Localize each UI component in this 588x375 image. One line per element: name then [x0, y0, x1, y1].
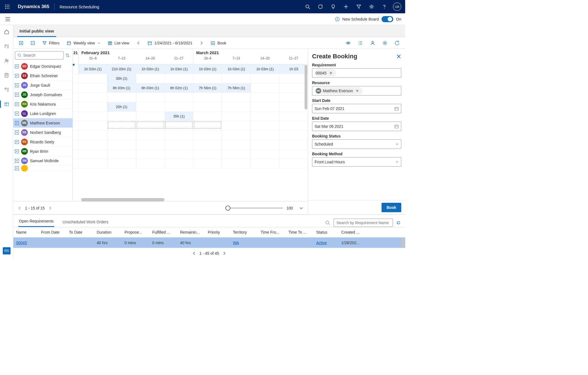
expand-icon[interactable]: + — [15, 93, 19, 97]
calendar-cell[interactable] — [78, 102, 107, 111]
column-header[interactable]: Duration — [94, 230, 122, 234]
calendar-cell[interactable] — [279, 102, 308, 111]
requirement-clear-icon[interactable]: ✕ — [328, 71, 334, 75]
calendar-cell[interactable] — [222, 159, 250, 168]
column-header[interactable]: Priority — [205, 230, 230, 234]
calendar-cell[interactable] — [136, 93, 165, 102]
resource-row[interactable]: +EDEdgar Dominquez — [13, 62, 73, 71]
person-icon[interactable] — [368, 39, 377, 47]
collapse-all-icon[interactable] — [29, 39, 37, 47]
expand-icon[interactable]: + — [15, 83, 19, 87]
refresh-icon[interactable] — [393, 39, 401, 47]
calendar-cell[interactable] — [165, 149, 193, 159]
calendar-cell[interactable] — [107, 93, 136, 102]
calendar-cell[interactable] — [165, 131, 193, 140]
calendar-cell[interactable] — [78, 112, 107, 121]
calendar-cell[interactable] — [251, 102, 279, 111]
calendar-cell[interactable] — [279, 121, 308, 130]
calendar-cell[interactable] — [193, 112, 222, 121]
calendar-cell[interactable] — [279, 83, 308, 92]
user-avatar[interactable]: UA — [393, 2, 401, 11]
calendar-cell[interactable] — [136, 102, 165, 111]
resource-field[interactable]: ME Matthew Everson ✕ — [312, 86, 401, 96]
plus-icon[interactable] — [340, 0, 352, 13]
calendar-cell[interactable] — [107, 112, 136, 121]
document-icon[interactable] — [0, 71, 13, 80]
horizontal-scrollbar[interactable] — [81, 198, 165, 201]
list-details-icon[interactable] — [356, 39, 365, 47]
resource-row[interactable]: +JGJorge Gault — [13, 81, 73, 90]
booking-status-field[interactable]: Scheduled — [312, 139, 401, 149]
calendar-cell[interactable]: 8h 02m (1) — [165, 83, 193, 92]
calendar-cell[interactable] — [165, 102, 193, 111]
column-header[interactable]: Created ... — [338, 230, 366, 234]
column-header[interactable]: Time To ... — [286, 230, 313, 234]
calendar-cell[interactable] — [78, 131, 107, 140]
calendar-cell[interactable] — [222, 102, 250, 111]
calendar-cell[interactable] — [222, 131, 250, 140]
date-next-icon[interactable] — [198, 39, 205, 47]
column-header[interactable]: Territory — [230, 230, 258, 234]
booking-method-field[interactable]: Front Load Hours — [312, 157, 401, 167]
calendar-cell[interactable] — [136, 112, 165, 121]
calendar-cell[interactable] — [193, 121, 222, 130]
resource-list[interactable]: +EDEdgar Dominquez+ESEfrain Schreiner+JG… — [13, 62, 73, 201]
calendar-cell[interactable] — [136, 149, 165, 159]
table-row[interactable]: 0004540 hrs0 mins0 mins40 hrsWAActive1/2… — [13, 238, 405, 248]
tab-unscheduled-work-orders[interactable]: Unscheduled Work Orders — [62, 217, 109, 227]
app-launcher-icon[interactable] — [2, 4, 13, 9]
calendar-cell[interactable] — [222, 112, 250, 121]
column-header[interactable]: Fulfilled ... — [150, 230, 177, 234]
rs-app-chip[interactable]: RS — [3, 247, 11, 254]
calendar-cell[interactable]: 1h 03 — [279, 64, 308, 74]
calendar-cell[interactable] — [165, 140, 193, 149]
daterange-picker[interactable]: 1/24/2021 - 6/19/2021 — [146, 39, 194, 47]
tab-open-requirements[interactable]: Open Requirements — [18, 216, 54, 227]
calendar-cell[interactable] — [251, 112, 279, 121]
expand-icon[interactable]: + — [15, 64, 19, 68]
resource-row[interactable]: +JGJoseph Gonsalves — [13, 90, 73, 99]
resource-row[interactable]: +RBRyan Brim — [13, 147, 73, 156]
calendar-cell[interactable]: 1h 03m (1) — [78, 64, 107, 74]
calendar-cell[interactable] — [165, 159, 193, 168]
filter-icon[interactable] — [352, 0, 365, 13]
resource-clear-icon[interactable]: ✕ — [355, 89, 360, 93]
calendar-grid[interactable]: 21 February 202131–67–1314–2021–27March … — [73, 49, 308, 201]
calendar-cell[interactable] — [251, 74, 279, 83]
calendar-cell[interactable] — [193, 102, 222, 111]
calendar-cell[interactable]: 1h 03m (1) — [222, 64, 250, 74]
calendar-cell[interactable] — [136, 131, 165, 140]
calendar-cell[interactable] — [279, 74, 308, 83]
calendar-cell[interactable]: 7h 56m (1) — [193, 83, 222, 92]
bpager-next-icon[interactable] — [222, 251, 226, 255]
start-date-field[interactable]: Sun Feb 07 2021 — [312, 104, 401, 113]
calendar-body[interactable]: 1h 03m (1)21h 03m (1)1h 03m (1)1h 03m (1… — [73, 64, 308, 195]
people-list2-icon[interactable] — [0, 85, 13, 94]
expand-icon[interactable]: + — [15, 112, 19, 116]
tab-initial-public-view[interactable]: Initial public view — [17, 26, 56, 37]
eye-icon[interactable] — [344, 39, 352, 47]
search-icon[interactable] — [301, 0, 314, 13]
filters-button[interactable]: Filters — [41, 39, 61, 47]
calendar-cell[interactable] — [78, 149, 107, 159]
calendar-cell[interactable] — [136, 121, 165, 130]
calendar-cell[interactable] — [251, 121, 279, 130]
expand-icon[interactable]: + — [15, 149, 19, 153]
close-icon[interactable] — [396, 54, 401, 59]
refresh-icon[interactable] — [396, 221, 401, 225]
pager-next-icon[interactable] — [48, 206, 52, 210]
calendar-cell[interactable] — [279, 131, 308, 140]
calendar-cell[interactable] — [222, 93, 250, 102]
calendar-cell[interactable] — [78, 159, 107, 168]
end-date-field[interactable]: Sat Mar 06 2021 — [312, 122, 401, 131]
calendar-icon[interactable] — [394, 106, 399, 111]
calendar-cell[interactable] — [251, 149, 279, 159]
resource-row[interactable]: +LLLuke Lundgren — [13, 109, 73, 118]
calendar-cell[interactable] — [279, 140, 308, 149]
expand-icon[interactable]: + — [15, 140, 19, 144]
schedule-board-icon[interactable] — [0, 99, 13, 109]
target-icon[interactable] — [314, 0, 327, 13]
resource-row[interactable]: +SMSamuel McBride — [13, 156, 73, 166]
pager-prev-icon[interactable] — [18, 206, 22, 210]
home-icon[interactable] — [0, 27, 13, 37]
